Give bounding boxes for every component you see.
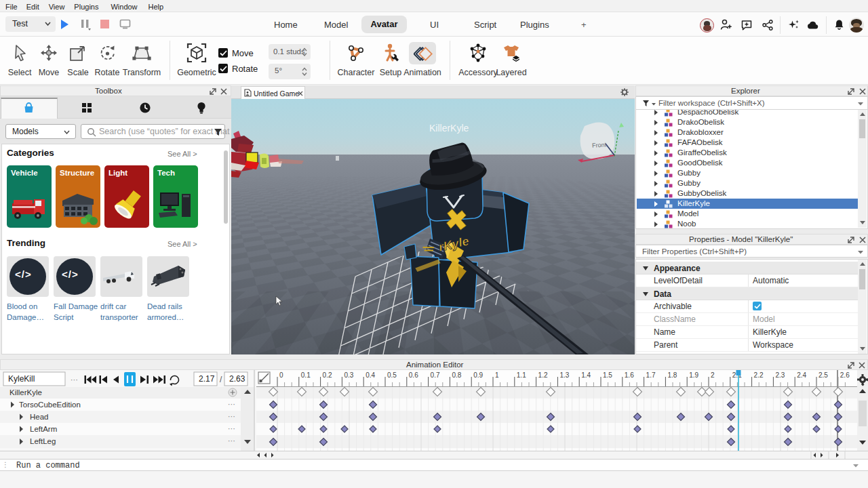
svg-text:1.7: 1.7 bbox=[646, 371, 656, 379]
svg-text:LeftLeg: LeftLeg bbox=[30, 437, 56, 445]
svg-text:⋯: ⋯ bbox=[228, 424, 235, 432]
svg-text:2.17: 2.17 bbox=[199, 374, 215, 384]
svg-text:⋯: ⋯ bbox=[71, 375, 78, 384]
svg-text:0.2: 0.2 bbox=[323, 371, 332, 379]
svg-text:1.6: 1.6 bbox=[625, 371, 634, 379]
svg-text:1.5: 1.5 bbox=[603, 371, 612, 379]
svg-text:0.4: 0.4 bbox=[366, 371, 375, 379]
svg-text:Head: Head bbox=[30, 413, 49, 421]
svg-text:⋯: ⋯ bbox=[228, 400, 235, 408]
svg-text:2: 2 bbox=[711, 371, 715, 379]
svg-text:1: 1 bbox=[495, 371, 499, 379]
svg-text:2.2: 2.2 bbox=[754, 371, 764, 379]
svg-text:0: 0 bbox=[279, 371, 283, 379]
svg-text:1.9: 1.9 bbox=[689, 371, 698, 379]
svg-text:2.63: 2.63 bbox=[229, 374, 245, 384]
svg-text:⋯: ⋯ bbox=[228, 412, 235, 420]
svg-text:2.4: 2.4 bbox=[797, 371, 806, 379]
svg-text:2.6: 2.6 bbox=[840, 371, 850, 379]
svg-text:1.3: 1.3 bbox=[559, 371, 569, 379]
svg-text:KyleKill: KyleKill bbox=[8, 374, 35, 384]
svg-text:Front: Front bbox=[592, 141, 607, 148]
svg-text:1.1: 1.1 bbox=[517, 371, 526, 379]
svg-text:2.5: 2.5 bbox=[818, 371, 828, 379]
svg-text:LeftArm: LeftArm bbox=[30, 425, 57, 433]
svg-text:1.4: 1.4 bbox=[581, 371, 591, 379]
svg-text:0.5: 0.5 bbox=[387, 371, 397, 379]
svg-text:1.8: 1.8 bbox=[667, 371, 677, 379]
svg-text:0.3: 0.3 bbox=[344, 371, 353, 379]
svg-text:⋯: ⋯ bbox=[228, 436, 235, 445]
svg-text:0.8: 0.8 bbox=[452, 371, 461, 379]
svg-text:0.6: 0.6 bbox=[409, 371, 418, 379]
svg-text:0.9: 0.9 bbox=[473, 371, 483, 379]
svg-text:1.2: 1.2 bbox=[538, 371, 548, 379]
svg-text:TorsoCubeEdition: TorsoCubeEdition bbox=[19, 401, 81, 409]
svg-text:KillerKyle: KillerKyle bbox=[9, 388, 42, 396]
svg-text:2.3: 2.3 bbox=[775, 371, 785, 379]
svg-text:0.1: 0.1 bbox=[301, 371, 311, 379]
svg-text:0.7: 0.7 bbox=[431, 371, 440, 379]
svg-text:KillerKyle: KillerKyle bbox=[429, 123, 469, 134]
